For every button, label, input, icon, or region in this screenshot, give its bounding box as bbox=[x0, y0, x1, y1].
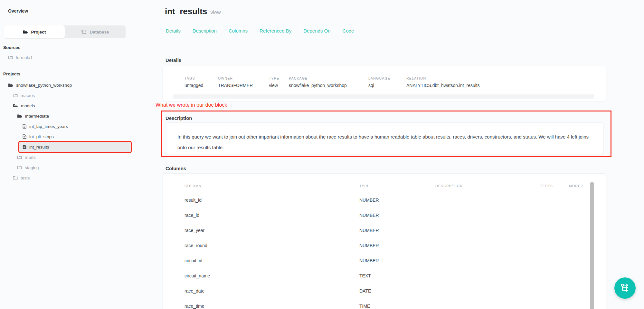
folder-closed-icon bbox=[8, 55, 13, 59]
tab-description[interactable]: Description bbox=[193, 28, 217, 34]
tree-item-snowflake-python-workshop[interactable]: snowflake_python_workshop bbox=[0, 80, 142, 90]
detail-field-relation: RELATIONANALYTICS.dbt_hwatson.int_result… bbox=[406, 76, 606, 88]
project-toggle-button[interactable]: Project bbox=[4, 25, 65, 38]
column-header-tests: TESTS bbox=[540, 184, 569, 188]
tab-referenced-by[interactable]: Referenced By bbox=[260, 28, 291, 34]
tab-depends-on[interactable]: Depends On bbox=[303, 28, 330, 34]
main-content: int_results view DetailsDescriptionColum… bbox=[163, 0, 606, 309]
table-row-race-date[interactable]: race_dateDATE bbox=[185, 283, 606, 298]
tree-item-label: models bbox=[21, 103, 35, 108]
columns-card: COLUMNTYPEDESCRIPTIONTESTSMORE? result_i… bbox=[163, 173, 606, 309]
tree-item-label: macros bbox=[21, 93, 35, 98]
tree-item-label: intermediate bbox=[25, 114, 49, 119]
file-icon bbox=[23, 134, 26, 139]
database-toggle-button[interactable]: Database bbox=[65, 25, 126, 38]
column-name-cell: race_round bbox=[185, 243, 359, 248]
tree-item-formula1[interactable]: formula1 bbox=[0, 52, 142, 63]
detail-field-value: snowflake_python_workshop bbox=[289, 83, 368, 88]
folder-closed-icon bbox=[17, 155, 22, 159]
details-heading: Details bbox=[166, 57, 181, 63]
overview-heading: Overview bbox=[8, 8, 28, 14]
columns-table-header: COLUMNTYPEDESCRIPTIONTESTSMORE? bbox=[185, 184, 606, 188]
detail-field-value: view bbox=[269, 83, 289, 88]
tree-item-intermediate[interactable]: intermediate bbox=[0, 111, 142, 121]
detail-field-value: sql bbox=[368, 83, 406, 88]
tree-item-label: formula1 bbox=[16, 55, 33, 60]
tree-item-label: int_pit_stops bbox=[29, 134, 54, 139]
column-type-cell: TEXT bbox=[359, 273, 435, 278]
table-row-race-time[interactable]: race_timeTIME bbox=[185, 298, 606, 309]
table-row-circuit-id[interactable]: circuit_idNUMBER bbox=[185, 253, 606, 268]
resource-type-badge: view bbox=[211, 10, 221, 15]
page-title: int_results bbox=[165, 6, 207, 16]
detail-field-owner: OWNERTRANSFORMER bbox=[218, 76, 269, 88]
tree-item-marts[interactable]: marts bbox=[0, 152, 142, 162]
tree-item-staging[interactable]: staging bbox=[0, 162, 142, 173]
table-row-race-year[interactable]: race_yearNUMBER bbox=[185, 223, 606, 238]
column-name-cell: race_date bbox=[185, 288, 359, 294]
tab-code[interactable]: Code bbox=[343, 28, 354, 34]
column-name-cell: race_id bbox=[185, 213, 359, 218]
lineage-graph-icon bbox=[620, 283, 630, 294]
file-icon bbox=[23, 124, 26, 129]
details-fields: TAGSuntaggedOWNERTRANSFORMERTYPEviewPACK… bbox=[163, 66, 606, 88]
columns-table-body: result_idNUMBERrace_idNUMBERrace_yearNUM… bbox=[185, 192, 606, 309]
projects-heading: Projects bbox=[3, 72, 20, 76]
tree-item-label: marts bbox=[25, 155, 36, 160]
column-header-column: COLUMN bbox=[185, 184, 359, 188]
description-text: In this query we want to join out other … bbox=[166, 123, 603, 153]
table-row-circuit-name[interactable]: circuit_nameTEXT bbox=[185, 268, 606, 283]
detail-field-language: LANGUAGEsql bbox=[368, 76, 406, 88]
tab-columns[interactable]: Columns bbox=[229, 28, 248, 34]
tree-item-macros[interactable]: macros bbox=[0, 90, 142, 101]
folder-open-icon bbox=[13, 104, 18, 108]
table-row-race-id[interactable]: race_idNUMBER bbox=[185, 208, 606, 223]
column-header-description: DESCRIPTION bbox=[435, 184, 540, 188]
column-type-cell: NUMBER bbox=[359, 228, 435, 233]
tree-item-label: tests bbox=[21, 176, 30, 180]
column-type-cell: NUMBER bbox=[359, 213, 435, 218]
detail-field-value: ANALYTICS.dbt_hwatson.int_results bbox=[406, 83, 606, 88]
folder-open-icon bbox=[17, 114, 22, 118]
lineage-graph-button[interactable] bbox=[614, 277, 636, 299]
database-toggle-label: Database bbox=[90, 30, 109, 34]
description-card: In this query we want to join out other … bbox=[165, 122, 604, 154]
column-name-cell: race_year bbox=[185, 228, 359, 233]
vertical-scrollbar-thumb[interactable] bbox=[590, 182, 594, 309]
column-name-cell: circuit_name bbox=[185, 273, 359, 278]
horizontal-scrollbar-track[interactable] bbox=[173, 94, 594, 99]
tree-item-models[interactable]: models bbox=[0, 101, 142, 111]
column-type-cell: TIME bbox=[359, 304, 435, 309]
tab-details[interactable]: Details bbox=[166, 28, 181, 34]
project-tree: snowflake_python_workshopmacrosmodelsint… bbox=[0, 80, 142, 183]
detail-field-label: TYPE bbox=[269, 76, 289, 80]
folder-open-icon bbox=[23, 30, 28, 34]
detail-field-label: LANGUAGE bbox=[368, 76, 406, 80]
detail-field-type: TYPEview bbox=[269, 76, 289, 88]
column-name-cell: circuit_id bbox=[185, 258, 359, 263]
tree-item-label: snowflake_python_workshop bbox=[16, 83, 72, 88]
tree-item-label: int_results bbox=[29, 145, 49, 150]
columns-heading: Columns bbox=[166, 166, 186, 171]
view-mode-toggle: Project Database bbox=[4, 25, 126, 38]
tree-item-label: staging bbox=[25, 165, 39, 170]
folder-closed-icon bbox=[13, 176, 18, 180]
detail-field-label: OWNER bbox=[218, 76, 269, 80]
tree-item-tests[interactable]: tests bbox=[0, 173, 142, 183]
detail-field-value: untagged bbox=[185, 83, 218, 88]
column-type-cell: NUMBER bbox=[359, 258, 435, 263]
column-name-cell: result_id bbox=[185, 198, 359, 203]
detail-field-package: PACKAGEsnowflake_python_workshop bbox=[289, 76, 368, 88]
sidebar: Overview Project Database Sources formul… bbox=[0, 0, 151, 309]
tree-item-int-lap-times-years[interactable]: int_lap_times_years bbox=[0, 121, 142, 131]
folder-open-icon bbox=[8, 83, 13, 87]
tree-item-label: int_lap_times_years bbox=[29, 124, 68, 129]
table-row-race-round[interactable]: race_roundNUMBER bbox=[185, 238, 606, 253]
table-row-result-id[interactable]: result_idNUMBER bbox=[185, 192, 606, 208]
file-filled-icon bbox=[23, 145, 26, 149]
tree-item-int-pit-stops[interactable]: int_pit_stops bbox=[0, 131, 142, 142]
detail-field-label: PACKAGE bbox=[289, 76, 368, 80]
sources-list: formula1 bbox=[0, 52, 142, 63]
tree-item-int-results[interactable]: int_results bbox=[19, 142, 131, 152]
column-type-cell: NUMBER bbox=[359, 243, 435, 248]
